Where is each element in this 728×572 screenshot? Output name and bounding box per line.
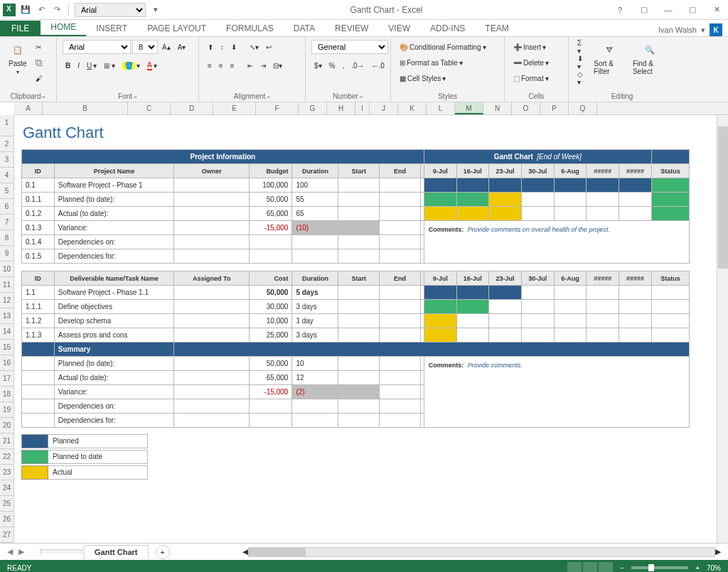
wrap-text-icon[interactable]: ↩ [263,40,274,54]
row-header-24[interactable]: 24 [0,480,14,496]
row-header-21[interactable]: 21 [0,433,14,449]
fill-color-button[interactable]: 🪣▾ [119,58,143,72]
row-header-14[interactable]: 14 [0,324,14,340]
percent-format-icon[interactable]: % [326,58,338,72]
conditional-formatting-button[interactable]: 🎨 Conditional Formatting ▾ [397,40,489,54]
row-header-1[interactable]: 1 [0,115,14,136]
tab-insert[interactable]: INSERT [86,21,137,36]
worksheet[interactable]: ABCDEFGHIJKLMNOPQ 1234567891011121314151… [0,102,728,543]
col-header-O[interactable]: O [512,102,540,114]
align-left-icon[interactable]: ≡ [205,58,215,72]
page-break-view-icon[interactable] [599,562,613,572]
decrease-indent-icon[interactable]: ⇤ [245,58,256,72]
row-header-13[interactable]: 13 [0,308,14,324]
increase-indent-icon[interactable]: ⇥ [257,58,269,72]
zoom-out-icon[interactable]: − [620,564,624,572]
user-name[interactable]: Ivan Walsh [658,26,697,34]
sheet-nav-prev-icon[interactable]: ◀ [7,547,13,556]
col-header-M[interactable]: M [455,102,483,114]
vertical-scrollbar[interactable] [717,115,728,543]
project-row[interactable]: 0.1.3Variance:-15,000(10)Comments: Provi… [22,221,690,235]
copy-icon[interactable]: ⿻ [33,55,46,70]
help-icon[interactable]: ? [611,3,628,17]
autosum-icon[interactable]: Σ ▾ [574,40,588,54]
row-header-8[interactable]: 8 [0,230,14,246]
find-select-button[interactable]: 🔍 Find & Select [630,40,670,77]
col-header-Q[interactable]: Q [569,102,597,114]
tab-view[interactable]: VIEW [378,21,420,36]
tab-team[interactable]: TEAM [475,21,518,36]
align-bottom-icon[interactable]: ⬇ [228,40,240,54]
col-header-L[interactable]: L [427,102,455,114]
row-header-19[interactable]: 19 [0,402,14,418]
project-row[interactable]: 0.1.1Planned (to date):50,00055 [22,193,690,207]
row-header-27[interactable]: 27 [0,527,14,543]
col-header-B[interactable]: B [43,102,128,114]
sheet-tab-1[interactable] [40,549,82,554]
format-as-table-button[interactable]: ⊞ Format as Table ▾ [397,55,466,70]
orientation-icon[interactable]: ⤡▾ [247,40,262,54]
project-row[interactable]: 0.1Software Project - Phase 1100,000100 [22,178,690,193]
col-header-C[interactable]: C [128,102,171,114]
row-header-7[interactable]: 7 [0,215,14,230]
underline-button[interactable]: U ▾ [84,58,100,72]
delete-cells-button[interactable]: ➖ Delete ▾ [510,55,552,70]
close-icon[interactable]: ✕ [708,3,725,17]
paste-button[interactable]: 📋 Paste ▾ [6,40,30,77]
format-cells-button[interactable]: ⬚ Format ▾ [510,71,552,85]
tab-review[interactable]: REVIEW [325,21,378,36]
sort-filter-button[interactable]: ᗊ Sort & Filter [591,40,627,77]
row-header-4[interactable]: 4 [0,168,14,183]
tab-data[interactable]: DATA [284,21,325,36]
ribbon-options-icon[interactable]: ▢ [636,3,653,17]
font-name-combo[interactable]: Arial [63,40,131,54]
row-header-20[interactable]: 20 [0,418,14,433]
col-header-K[interactable]: K [398,102,427,114]
comma-format-icon[interactable]: , [339,58,347,72]
row-header-9[interactable]: 9 [0,246,14,261]
tab-page-layout[interactable]: PAGE LAYOUT [137,21,216,36]
col-header-N[interactable]: N [483,102,512,114]
summary-row[interactable]: Planned (to date):50,00010Comments: Prov… [22,357,690,371]
zoom-in-icon[interactable]: + [695,564,700,572]
row-header-5[interactable]: 5 [0,183,14,199]
merge-center-icon[interactable]: ⊟▾ [270,58,285,72]
task-row[interactable]: 1.1.1Define objectives30,0003 days [22,300,690,314]
row-header-22[interactable]: 22 [0,449,14,465]
zoom-slider[interactable] [631,566,688,569]
align-middle-icon[interactable]: ↕ [218,40,227,54]
tab-formulas[interactable]: FORMULAS [216,21,284,36]
col-header-H[interactable]: H [327,102,355,114]
save-icon[interactable]: 💾 [20,4,31,16]
decrease-font-icon[interactable]: A▾ [175,40,189,54]
row-header-16[interactable]: 16 [0,355,14,371]
clear-icon[interactable]: ◇ ▾ [574,71,588,85]
normal-view-icon[interactable] [567,562,582,572]
row-header-2[interactable]: 2 [0,136,14,152]
tab-addins[interactable]: ADD-INS [420,21,475,36]
redo-icon[interactable]: ↷ [51,4,63,16]
sheet-tab-gantt[interactable]: Gantt Chart [84,545,149,559]
row-header-15[interactable]: 15 [0,340,14,355]
row-header-18[interactable]: 18 [0,387,14,402]
minimize-icon[interactable]: — [660,3,677,17]
decrease-decimal-icon[interactable]: ←.0 [369,58,387,72]
col-header-J[interactable]: J [370,102,398,114]
font-color-button[interactable]: A▾ [144,58,160,72]
cell-styles-button[interactable]: ▦ Cell Styles ▾ [397,71,449,85]
fill-icon[interactable]: ⬇ ▾ [574,55,588,70]
align-right-icon[interactable]: ≡ [228,58,237,72]
format-painter-icon[interactable]: 🖌 [33,71,46,85]
row-header-23[interactable]: 23 [0,465,14,480]
row-header-25[interactable]: 25 [0,496,14,512]
col-header-P[interactable]: P [540,102,569,114]
italic-button[interactable]: I [75,58,82,72]
number-format-combo[interactable]: General [311,40,388,54]
qat-dropdown-icon[interactable]: ▾ [150,4,161,16]
row-header-3[interactable]: 3 [0,152,14,168]
task-row[interactable]: 1.1.2Develop schema10,0001 day [22,314,690,328]
align-center-icon[interactable]: ≡ [216,58,226,72]
bold-button[interactable]: B [63,58,73,72]
sheet-nav-next-icon[interactable]: ▶ [18,547,24,556]
row-header-17[interactable]: 17 [0,371,14,387]
